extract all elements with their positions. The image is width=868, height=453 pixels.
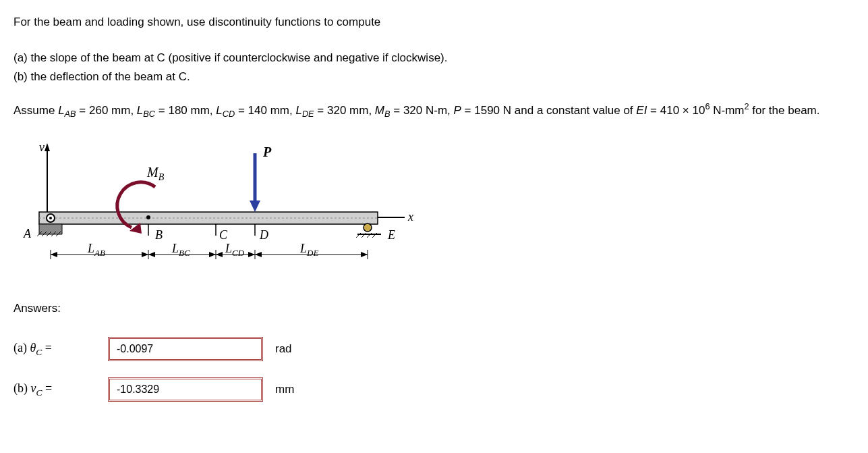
problem-part-b: (b) the deflection of the beam at C.: [13, 68, 855, 86]
answers-section: Answers: (a) θC = rad (b) vC = mm: [13, 302, 855, 402]
point-B-label: B: [155, 228, 163, 242]
problem-statement: For the beam and loading shown, use disc…: [13, 14, 855, 85]
problem-intro: For the beam and loading shown, use disc…: [13, 14, 855, 31]
assumptions: Assume LAB = 260 mm, LBC = 180 mm, LCD =…: [13, 100, 855, 120]
answers-heading: Answers:: [13, 302, 855, 315]
answer-a-unit: rad: [275, 342, 292, 356]
answer-b-label: (b) vC =: [13, 381, 108, 398]
answer-b-input[interactable]: [108, 377, 263, 402]
x-axis-label: x: [407, 210, 413, 223]
svg-marker-37: [216, 252, 223, 257]
beam-svg: v x A MB B C P D: [13, 136, 418, 285]
v-axis-label: v: [39, 140, 45, 154]
answer-a-label: (a) θC =: [13, 341, 108, 358]
LCD-dim: LCD: [225, 242, 245, 258]
answer-row-b: (b) vC = mm: [13, 377, 855, 402]
point-D-label: D: [259, 228, 268, 242]
P-label: P: [262, 144, 272, 159]
LBC-dim: LBC: [171, 242, 190, 258]
svg-marker-32: [142, 252, 148, 257]
svg-point-19: [364, 223, 372, 232]
LDE-dim: LDE: [299, 242, 318, 258]
svg-marker-17: [250, 201, 260, 212]
svg-point-6: [49, 217, 52, 219]
answer-b-unit: mm: [275, 383, 294, 396]
point-E-label: E: [387, 228, 395, 242]
point-C-label: C: [219, 228, 228, 242]
svg-marker-34: [148, 252, 155, 257]
answer-row-a: (a) θC = rad: [13, 337, 855, 361]
LAB-dim: LAB: [87, 242, 105, 258]
beam-diagram: v x A MB B C P D: [13, 136, 855, 288]
svg-marker-1: [45, 143, 50, 151]
svg-marker-35: [209, 252, 216, 257]
point-A-label: A: [23, 227, 32, 240]
svg-marker-41: [361, 252, 368, 257]
svg-marker-31: [51, 252, 57, 257]
svg-marker-40: [255, 252, 262, 257]
svg-point-13: [146, 215, 150, 219]
problem-part-a: (a) the slope of the beam at C (positive…: [13, 49, 855, 67]
svg-marker-38: [248, 252, 255, 257]
answer-a-input[interactable]: [108, 337, 263, 361]
MB-label: MB: [146, 165, 165, 182]
